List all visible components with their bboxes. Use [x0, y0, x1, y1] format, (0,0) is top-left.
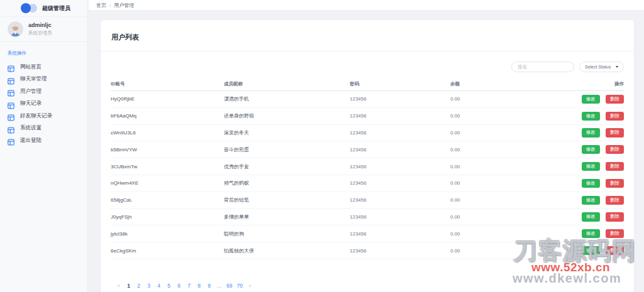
cell-id: jytcl38k: [111, 231, 224, 237]
header-password: 密码: [350, 81, 450, 87]
cell-nickname: 落寞的冬天: [224, 129, 350, 136]
cell-nickname: 多情的星星: [224, 214, 350, 220]
page-button[interactable]: 6: [176, 283, 182, 289]
cell-balance: 0.00: [450, 96, 526, 102]
delete-button[interactable]: 删除: [606, 229, 624, 238]
page-title: 用户列表: [111, 33, 624, 42]
page-button[interactable]: 1: [126, 283, 131, 289]
delete-button[interactable]: 删除: [606, 196, 624, 205]
cell-id: J0yqFSjh: [111, 214, 224, 220]
app-logo[interactable]: 超级管理员: [0, 0, 87, 17]
layout-icon: [8, 125, 14, 132]
cell-id: 658jgCaL: [111, 197, 224, 203]
edit-button[interactable]: 修改: [582, 145, 600, 154]
cell-password: 123456: [350, 197, 450, 203]
cell-balance: 0.00: [450, 164, 526, 170]
sidebar-menu-item[interactable]: 用户管理: [8, 85, 87, 98]
cell-id: 6eCkgSKm: [111, 248, 224, 254]
user-role: 系统管理员: [28, 30, 52, 36]
cell-id: cWn9U3L6: [111, 130, 224, 136]
cell-balance: 0.00: [450, 248, 526, 254]
cell-balance: 0.00: [450, 130, 526, 136]
breadcrumb-home[interactable]: 首页: [96, 2, 106, 9]
edit-button[interactable]: 修改: [582, 196, 600, 205]
delete-button[interactable]: 删除: [606, 179, 624, 188]
user-panel[interactable]: adminljc 系统管理员: [0, 17, 87, 42]
page-button[interactable]: »: [247, 283, 253, 289]
chevron-down-icon: [616, 66, 618, 68]
cell-balance: 0.00: [450, 113, 526, 119]
page-button[interactable]: 2: [136, 283, 142, 289]
edit-button[interactable]: 修改: [582, 95, 600, 104]
delete-button[interactable]: 删除: [606, 128, 624, 137]
cell-nickname: 优秀的手套: [224, 163, 350, 170]
delete-button[interactable]: 删除: [606, 112, 624, 121]
cell-id: bF6AaQMq: [111, 113, 224, 119]
menu-section-label: 系统操作: [8, 50, 87, 57]
table-row: nQHwm4XE 帅气的蚂蚁 123456 0.00 修改 删除: [111, 175, 624, 192]
table-row: cWn9U3L6 落寞的冬天 123456 0.00 修改 删除: [111, 125, 624, 142]
table-row: J0yqFSjh 多情的星星 123456 0.00 修改 删除: [111, 209, 624, 226]
cell-balance: 0.00: [450, 180, 526, 186]
breadcrumb-current: 用户管理: [114, 2, 134, 9]
delete-button[interactable]: 删除: [606, 95, 624, 104]
page-button[interactable]: 3: [146, 283, 152, 289]
edit-button[interactable]: 修改: [582, 179, 600, 188]
user-list-card: 用户列表 Select Status ID账号 成员昵称 密码 余额 操作 Hy…: [101, 20, 634, 292]
sidebar-menu-item-label: 退出登陆: [20, 137, 42, 144]
sidebar-menu-item[interactable]: 网站首页: [8, 61, 87, 73]
page-button[interactable]: 5: [166, 283, 172, 289]
pagination: « 1 2 3 4 5 6 7 8 9 ... 69 70 »: [116, 283, 253, 289]
header-nickname: 成员昵称: [224, 81, 350, 87]
cell-password: 123456: [350, 96, 450, 102]
status-select[interactable]: Select Status: [579, 62, 624, 72]
cell-balance: 0.00: [450, 231, 526, 237]
search-input[interactable]: [511, 62, 574, 72]
cell-id: 3CUBxmTw: [111, 164, 224, 170]
cell-balance: 0.00: [450, 147, 526, 153]
page-button[interactable]: 70: [236, 283, 242, 289]
edit-button[interactable]: 修改: [582, 229, 600, 238]
page-button[interactable]: 69: [226, 283, 232, 289]
page-button[interactable]: 7: [186, 283, 192, 289]
edit-button[interactable]: 修改: [582, 162, 600, 171]
edit-button[interactable]: 修改: [582, 246, 600, 255]
sidebar-menu-item[interactable]: 聊天室管理: [8, 73, 87, 86]
delete-button[interactable]: 删除: [606, 246, 624, 255]
table-controls: Select Status: [111, 62, 624, 72]
logo-icon: [21, 3, 38, 13]
page-button[interactable]: ...: [216, 283, 222, 289]
edit-button[interactable]: 修改: [582, 212, 600, 221]
table-row: 658jgCaL 背后的铅笔 123456 0.00 修改 删除: [111, 192, 624, 209]
page-button[interactable]: 9: [206, 283, 212, 289]
cell-password: 123456: [350, 147, 450, 153]
cell-password: 123456: [350, 130, 450, 136]
sidebar-menu-item-label: 用户管理: [20, 88, 42, 95]
sidebar-menu-item[interactable]: 退出登陆: [8, 134, 87, 147]
divider: [101, 51, 634, 51]
cell-nickname: 背后的铅笔: [224, 197, 350, 203]
user-name: adminljc: [28, 22, 52, 28]
edit-button[interactable]: 修改: [582, 128, 600, 137]
delete-button[interactable]: 删除: [606, 162, 624, 171]
page-button[interactable]: 4: [156, 283, 162, 289]
edit-button[interactable]: 修改: [582, 112, 600, 121]
layout-icon: [8, 137, 14, 144]
sidebar-menu-item[interactable]: 聊天记录: [8, 98, 87, 111]
page-button[interactable]: «: [116, 283, 121, 289]
page-button[interactable]: 8: [196, 283, 202, 289]
cell-id: nQHwm4XE: [111, 180, 224, 186]
user-table: ID账号 成员昵称 密码 余额 操作 HyQ0RjbE 潇洒的手机 123456…: [111, 77, 624, 259]
delete-button[interactable]: 删除: [606, 212, 624, 221]
cell-actions: 修改 删除: [526, 229, 624, 238]
sidebar-menu-item-label: 聊天记录: [20, 100, 42, 107]
cell-id: HyQ0RjbE: [111, 96, 224, 102]
cell-actions: 修改 删除: [526, 196, 624, 205]
sidebar-menu-item[interactable]: 系统设置: [8, 122, 87, 135]
cell-actions: 修改 删除: [526, 246, 624, 255]
cell-password: 123456: [350, 180, 450, 186]
table-row: jytcl38k 聪明的狗 123456 0.00 修改 删除: [111, 225, 624, 242]
delete-button[interactable]: 删除: [606, 145, 624, 154]
sidebar-menu-item[interactable]: 好友聊天记录: [8, 110, 87, 122]
cell-nickname: 怕孤独的大侠: [224, 247, 350, 254]
